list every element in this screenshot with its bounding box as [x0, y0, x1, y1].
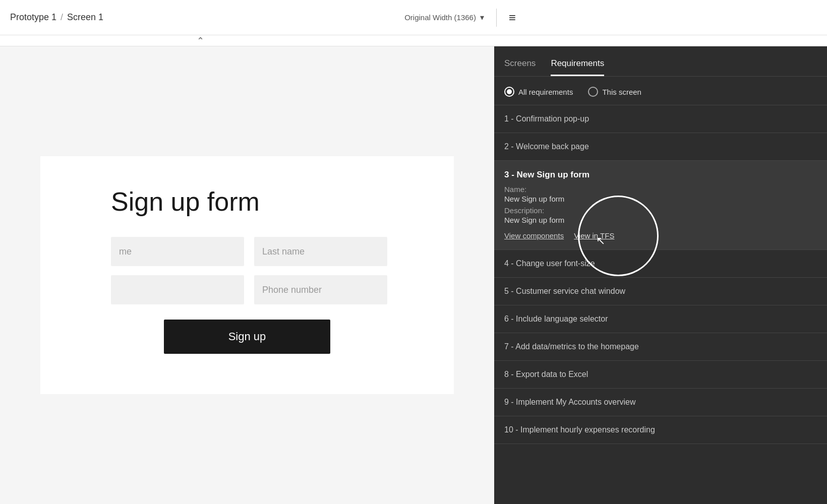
req-6-label: 6 - Include language selector — [504, 314, 608, 323]
radio-row: All requirements This screen — [494, 77, 827, 105]
requirements-list: 1 - Confirmation pop-up 2 - Welcome back… — [494, 105, 827, 504]
hamburger-icon[interactable]: ≡ — [509, 11, 516, 25]
radio-this-label: This screen — [602, 88, 641, 96]
req-3-name-value: New Sign up form — [504, 195, 817, 203]
req-3-title: 3 - New Sign up form — [504, 170, 817, 180]
req-3-desc-value: New Sign up form — [504, 216, 817, 224]
form-title: Sign up form — [111, 186, 383, 217]
req-3-name-label: Name: — [504, 185, 817, 194]
req-2-label: 2 - Welcome back page — [504, 142, 589, 151]
breadcrumb: Prototype 1 / Screen 1 — [10, 12, 103, 23]
req-item-3[interactable]: 3 - New Sign up form Name: New Sign up f… — [494, 161, 827, 250]
req-item-2[interactable]: 2 - Welcome back page — [494, 133, 827, 161]
tab-screens[interactable]: Screens — [504, 58, 536, 76]
screen-label[interactable]: Screen 1 — [67, 12, 103, 23]
req-3-name-row: Name: New Sign up form — [504, 185, 817, 203]
req-8-label: 8 - Export data to Excel — [504, 370, 588, 379]
main-area: Sign up form Sign up Screens Requirement… — [0, 46, 827, 504]
view-components-link[interactable]: View components — [504, 231, 564, 240]
phone-input[interactable] — [254, 275, 387, 304]
req-3-desc-label: Description: — [504, 206, 817, 215]
req-item-7[interactable]: 7 - Add data/metrics to the homepage — [494, 333, 827, 361]
req-7-label: 7 - Add data/metrics to the homepage — [504, 342, 639, 351]
view-in-tfs-link[interactable]: View in TFS — [574, 231, 614, 240]
radio-this-screen[interactable]: This screen — [588, 87, 641, 97]
tfs-wrapper: View in TFS ↖ — [574, 231, 614, 240]
contact-row — [111, 275, 383, 304]
req-item-10[interactable]: 10 - Implement hourly expenses recording — [494, 416, 827, 444]
radio-all-requirements[interactable]: All requirements — [504, 87, 573, 97]
width-label[interactable]: Original Width (1366) — [404, 13, 476, 22]
req-item-4[interactable]: 4 - Change user font-size — [494, 250, 827, 278]
email-input[interactable] — [111, 275, 244, 304]
req-3-desc-row: Description: New Sign up form — [504, 206, 817, 224]
chevron-down-icon[interactable]: ▾ — [480, 13, 484, 22]
req-item-8[interactable]: 8 - Export data to Excel — [494, 361, 827, 389]
req-item-1[interactable]: 1 - Confirmation pop-up — [494, 105, 827, 133]
prototype-label[interactable]: Prototype 1 — [10, 12, 56, 23]
chevron-up-icon[interactable]: ⌃ — [197, 35, 204, 46]
req-item-6[interactable]: 6 - Include language selector — [494, 305, 827, 333]
breadcrumb-separator: / — [61, 12, 63, 23]
req-item-5[interactable]: 5 - Custumer service chat window — [494, 278, 827, 305]
top-bar: Prototype 1 / Screen 1 Original Width (1… — [0, 0, 827, 35]
name-row — [111, 237, 383, 266]
radio-all-icon — [504, 87, 514, 97]
form-container: Sign up form Sign up — [40, 156, 454, 394]
signup-button[interactable]: Sign up — [164, 320, 330, 354]
req-item-9[interactable]: 9 - Implement My Accounts overview — [494, 389, 827, 416]
req-5-label: 5 - Custumer service chat window — [504, 287, 625, 295]
req-9-label: 9 - Implement My Accounts overview — [504, 398, 636, 406]
req-1-label: 1 - Confirmation pop-up — [504, 114, 589, 123]
sidebar-tabs: Screens Requirements — [494, 46, 827, 77]
sidebar: Screens Requirements All requirements Th… — [494, 46, 827, 504]
width-selector-area: Original Width (1366) ▾ ≡ — [103, 9, 817, 27]
req-3-actions: View components View in TFS ↖ — [504, 231, 817, 240]
req-10-label: 10 - Implement hourly expenses recording — [504, 425, 655, 434]
radio-all-label: All requirements — [518, 88, 573, 96]
first-name-input[interactable] — [111, 237, 244, 266]
canvas-area: Sign up form Sign up — [0, 46, 494, 504]
tab-requirements[interactable]: Requirements — [551, 58, 604, 76]
last-name-input[interactable] — [254, 237, 387, 266]
req-4-label: 4 - Change user font-size — [504, 259, 595, 268]
collapse-bar: ⌃ — [0, 35, 827, 46]
radio-this-icon — [588, 87, 598, 97]
divider — [496, 9, 497, 27]
